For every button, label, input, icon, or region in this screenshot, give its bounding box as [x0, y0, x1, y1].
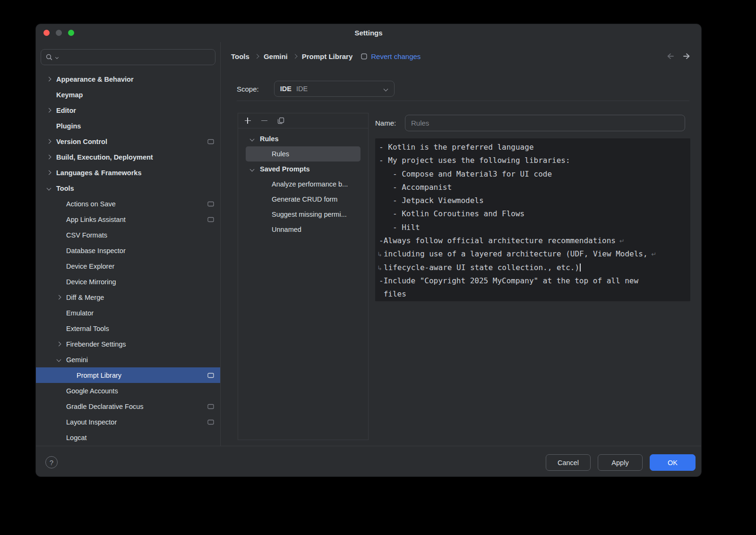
sidebar-item-app-links-assistant[interactable]: App Links Assistant [36, 212, 220, 227]
remove-prompt-button[interactable] [258, 115, 270, 127]
soft-wrap-icon: ↵ [619, 238, 625, 245]
prompt-name-input[interactable] [405, 115, 685, 131]
sidebar-item-gradle-declarative-focus[interactable]: Gradle Declarative Focus [36, 399, 220, 414]
chevron-right-icon[interactable] [46, 108, 51, 113]
apply-button[interactable]: Apply [598, 454, 643, 471]
settings-search-input[interactable] [41, 49, 215, 65]
prompt-list-panel: RulesRulesSaved PromptsAnalyze performan… [238, 113, 369, 440]
plus-icon [245, 118, 251, 124]
sidebar-item-version-control[interactable]: Version Control [36, 134, 220, 149]
window-title: Settings [36, 29, 701, 37]
sidebar-item-layout-inspector[interactable]: Layout Inspector [36, 414, 220, 430]
editor-line: -Include "Copyright 2025 MyCompany" at t… [379, 274, 690, 288]
copy-icon [277, 117, 284, 124]
editor-line-text: - Kotlin Coroutines and Flows [379, 209, 524, 218]
sidebar-item-csv-formats[interactable]: CSV Formats [36, 227, 220, 243]
sidebar-item-label: Diff & Merge [66, 294, 104, 301]
chevron-right-icon[interactable] [46, 77, 51, 82]
prompt-group-saved-prompts[interactable]: Saved Prompts [246, 161, 361, 177]
sidebar-item-tools[interactable]: Tools [36, 180, 220, 196]
prompt-item-suggest-missing-permi[interactable]: Suggest missing permi... [246, 207, 361, 222]
sidebar-item-database-inspector[interactable]: Database Inspector [36, 243, 220, 258]
editor-line-text: - Jetpack Viewmodels [379, 196, 484, 205]
sidebar-item-label: CSV Formats [66, 231, 107, 239]
sidebar-item-label: Emulator [66, 309, 94, 317]
help-button[interactable] [45, 456, 58, 468]
prompt-group-rules[interactable]: Rules [246, 131, 361, 146]
sidebar-item-logcat[interactable]: Logcat [36, 430, 220, 445]
prompt-item-rules[interactable]: Rules [246, 146, 361, 161]
editor-line-text: files [379, 289, 406, 298]
sidebar-item-label: Build, Execution, Deployment [56, 153, 153, 161]
editor-line: ↳lifecycle-aware UI state collection., e… [379, 261, 690, 274]
name-label: Name: [375, 119, 405, 127]
sidebar-item-prompt-library[interactable]: Prompt Library [36, 367, 220, 383]
cancel-button[interactable]: Cancel [546, 454, 591, 471]
chevron-right-icon[interactable] [56, 342, 61, 347]
sidebar-item-label: Actions on Save [66, 200, 116, 208]
chevron-down-icon[interactable] [249, 167, 254, 171]
sidebar-item-diff-merge[interactable]: Diff & Merge [36, 289, 220, 305]
sidebar-item-label: Gemini [66, 356, 88, 364]
chevron-right-icon[interactable] [46, 155, 51, 160]
breadcrumb-item-tools[interactable]: Tools [231, 52, 249, 60]
sidebar-item-build-execution-deployment[interactable]: Build, Execution, Deployment [36, 149, 220, 165]
sidebar-item-plugins[interactable]: Plugins [36, 118, 220, 134]
sidebar-item-appearance-behavior[interactable]: Appearance & Behavior [36, 71, 220, 87]
ide-scope-badge-icon [207, 373, 214, 378]
prompt-item-analyze-performance-b[interactable]: Analyze performance b... [246, 177, 361, 192]
prompt-item-generate-crud-form[interactable]: Generate CRUD form [246, 192, 361, 207]
breadcrumb-separator-icon [254, 54, 259, 59]
bottom-bar: Cancel Apply OK [36, 446, 701, 476]
settings-content: ToolsGeminiPrompt Library Revert changes… [221, 42, 701, 446]
sidebar-item-label: Google Accounts [66, 387, 118, 395]
chevron-right-icon[interactable] [56, 295, 61, 300]
revert-changes-link[interactable]: Revert changes [371, 52, 421, 60]
breadcrumb-separator-icon [292, 54, 297, 59]
sidebar-item-label: Plugins [56, 122, 81, 130]
titlebar: Settings [36, 24, 701, 42]
modified-indicator-icon [361, 53, 367, 59]
sidebar-item-editor[interactable]: Editor [36, 102, 220, 118]
sidebar-item-actions-on-save[interactable]: Actions on Save [36, 196, 220, 212]
chevron-down-icon[interactable] [46, 186, 51, 191]
sidebar-item-external-tools[interactable]: External Tools [36, 321, 220, 336]
back-button[interactable] [665, 52, 675, 60]
sidebar-item-firebender-settings[interactable]: Firebender Settings [36, 336, 220, 352]
chevron-down-icon[interactable] [249, 136, 254, 141]
sidebar-item-google-accounts[interactable]: Google Accounts [36, 383, 220, 399]
prompt-tree-label: Saved Prompts [260, 165, 310, 173]
chevron-right-icon[interactable] [46, 139, 51, 144]
sidebar-item-device-mirroring[interactable]: Device Mirroring [36, 274, 220, 289]
prompt-item-unnamed[interactable]: Unnamed [246, 222, 361, 237]
sidebar-item-label: Firebender Settings [66, 340, 126, 348]
section-divider [237, 101, 689, 101]
chevron-right-icon[interactable] [46, 170, 51, 175]
chevron-down-icon[interactable] [56, 357, 61, 362]
sidebar-item-languages-frameworks[interactable]: Languages & Frameworks [36, 165, 220, 180]
breadcrumb-item-prompt-library[interactable]: Prompt Library [302, 52, 353, 60]
forward-button[interactable] [682, 52, 692, 60]
prompt-text-editor[interactable]: - Kotlin is the preferred language- My p… [375, 138, 690, 301]
sidebar-item-label: Gradle Declarative Focus [66, 403, 144, 410]
breadcrumb-item-gemini[interactable]: Gemini [264, 52, 288, 60]
ok-button[interactable]: OK [650, 454, 696, 471]
scope-dropdown[interactable]: IDE IDE [274, 81, 395, 97]
add-prompt-button[interactable] [242, 115, 253, 127]
sidebar-item-device-explorer[interactable]: Device Explorer [36, 258, 220, 274]
sidebar-item-label: Device Mirroring [66, 278, 116, 286]
prompt-tree-label: Rules [272, 150, 289, 158]
soft-wrap-continuation-icon: ↳ [377, 264, 382, 272]
sidebar-item-emulator[interactable]: Emulator [36, 305, 220, 321]
sidebar-item-gemini[interactable]: Gemini [36, 352, 220, 367]
sidebar-item-label: Editor [56, 107, 76, 114]
ide-scope-badge-icon [207, 139, 214, 144]
search-history-chevron-icon[interactable] [54, 55, 59, 59]
duplicate-prompt-button[interactable] [275, 115, 286, 127]
sidebar-item-label: App Links Assistant [66, 216, 126, 223]
minus-icon [261, 120, 267, 121]
sidebar-item-keymap[interactable]: Keymap [36, 87, 220, 102]
prompt-tree-label: Rules [260, 135, 279, 143]
editor-line-text: - Kotlin is the preferred language [379, 143, 534, 152]
ide-scope-badge-icon [207, 419, 214, 425]
